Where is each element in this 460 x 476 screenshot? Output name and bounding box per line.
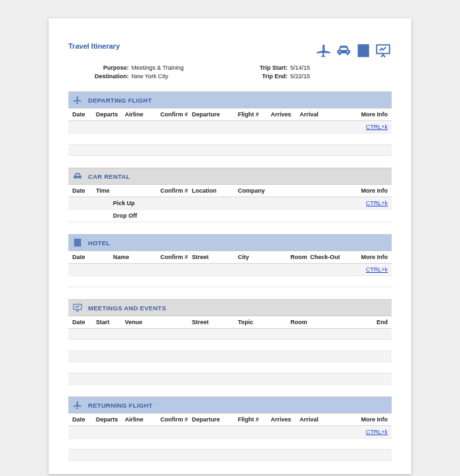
page-title: Travel Itinerary [68, 42, 120, 50]
section-title: HOTEL [88, 239, 110, 247]
section-title: RETURNING FLIGHT [88, 402, 152, 409]
section-header: CAR RENTAL [68, 168, 392, 185]
section-title: MEETINGS AND EVENTS [88, 304, 166, 312]
col-flight: Flight # [238, 416, 271, 423]
col-confirm: Confirm # [160, 254, 192, 260]
col-start: Start [96, 319, 125, 325]
col-arrives: Arrives [271, 416, 300, 423]
section-title: CAR RENTAL [88, 173, 130, 180]
col-time: Time [96, 187, 160, 194]
table-row [68, 276, 392, 287]
table-row: CTRL+k [68, 426, 392, 439]
section-hotel: HOTEL Date Name Confirm # Street City Ro… [68, 234, 392, 287]
col-departure: Departure [192, 111, 238, 118]
section-header: DEPARTING FLIGHT [68, 91, 392, 108]
col-company: Company [238, 187, 351, 194]
car-icon [72, 171, 83, 181]
airplane-icon [315, 42, 333, 60]
more-info-link[interactable]: CTRL+k [366, 266, 388, 273]
col-arrival: Arrival [300, 111, 351, 118]
col-street: Street [192, 319, 238, 325]
section-car-rental: CAR RENTAL Date Time Confirm # Location … [68, 168, 392, 222]
col-date: Date [72, 254, 113, 260]
more-info-link[interactable]: CTRL+k [366, 429, 388, 435]
pickup-label: Pick Up [113, 200, 351, 206]
section-returning-flight: RETURNING FLIGHT Date Departs Airline Co… [68, 396, 392, 461]
col-airline: Airline [125, 416, 160, 423]
section-header: HOTEL [68, 234, 392, 251]
col-flight: Flight # [238, 111, 271, 118]
section-header: MEETINGS AND EVENTS [68, 299, 392, 316]
section-header: RETURNING FLIGHT [68, 396, 392, 414]
col-more-info: More Info [351, 111, 388, 118]
col-end: End [351, 319, 388, 325]
col-venue: Venue [125, 319, 192, 325]
col-airline: Airline [125, 111, 160, 118]
table-row: Drop Off [68, 210, 392, 222]
col-name: Name [113, 254, 160, 260]
header-icons [315, 42, 392, 60]
col-room: Room [290, 319, 351, 325]
column-headers: Date Start Venue Street Topic Room End [68, 316, 392, 329]
car-icon [335, 42, 352, 60]
col-street: Street [192, 254, 238, 260]
table-row [68, 439, 392, 450]
presentation-icon [375, 42, 392, 60]
more-info-link[interactable]: CTRL+k [366, 124, 388, 130]
dropoff-label: Drop Off [113, 212, 388, 219]
airplane-icon [72, 95, 83, 105]
col-departs: Departs [96, 416, 125, 423]
column-headers: Date Departs Airline Confirm # Departure… [68, 108, 392, 121]
table-row [68, 351, 392, 362]
table-row [68, 450, 392, 461]
trip-end-label: Trip End: [243, 73, 290, 80]
presentation-icon [72, 302, 83, 313]
building-icon [72, 237, 83, 248]
col-location: Location [192, 187, 238, 194]
col-confirm: Confirm # [160, 111, 192, 118]
col-city: City [238, 254, 290, 260]
column-headers: Date Name Confirm # Street City Room Che… [68, 251, 392, 264]
trip-start-value: 5/14/15 [290, 64, 310, 71]
trip-end-value: 5/22/15 [290, 73, 310, 80]
col-date: Date [72, 187, 96, 194]
purpose-value: Meetings & Training [131, 64, 184, 71]
column-headers: Date Time Confirm # Location Company Mor… [68, 185, 392, 197]
col-date: Date [72, 111, 96, 118]
table-row [68, 329, 392, 340]
table-row [68, 133, 392, 145]
col-date: Date [72, 416, 96, 423]
col-more-info: More Info [351, 187, 388, 194]
col-confirm: Confirm # [160, 187, 192, 194]
col-confirm: Confirm # [160, 416, 192, 423]
col-arrives: Arrives [271, 111, 300, 118]
meta-block: Purpose: Meetings & Training Destination… [68, 64, 392, 80]
more-info-link[interactable]: CTRL+k [366, 200, 388, 206]
column-headers: Date Departs Airline Confirm # Departure… [68, 414, 392, 426]
col-checkout: Check-Out [310, 254, 351, 260]
section-departing-flight: DEPARTING FLIGHT Date Departs Airline Co… [68, 91, 392, 156]
table-row [68, 145, 392, 156]
header: Travel Itinerary [68, 42, 392, 60]
destination-label: Destination: [68, 73, 131, 80]
trip-start-label: Trip Start: [243, 64, 290, 71]
table-row: CTRL+k [68, 264, 392, 276]
table-row: Pick Up CTRL+k [68, 197, 392, 210]
building-icon [355, 42, 372, 60]
col-room: Room [290, 254, 310, 260]
col-more-info: More Info [351, 416, 388, 423]
table-row: CTRL+k [68, 121, 392, 133]
col-more-info: More Info [351, 254, 388, 260]
airplane-icon [72, 400, 83, 410]
document-page: Travel Itinerary Purpose: Meetings & Tra… [49, 18, 411, 474]
col-departure: Departure [192, 416, 238, 423]
col-topic: Topic [238, 319, 290, 325]
section-meetings: MEETINGS AND EVENTS Date Start Venue Str… [68, 299, 392, 385]
col-arrival: Arrival [300, 416, 351, 423]
table-row [68, 340, 392, 351]
col-departs: Departs [96, 111, 125, 118]
table-row [68, 362, 392, 373]
purpose-label: Purpose: [68, 64, 131, 71]
section-title: DEPARTING FLIGHT [88, 97, 152, 104]
table-row [68, 373, 392, 385]
